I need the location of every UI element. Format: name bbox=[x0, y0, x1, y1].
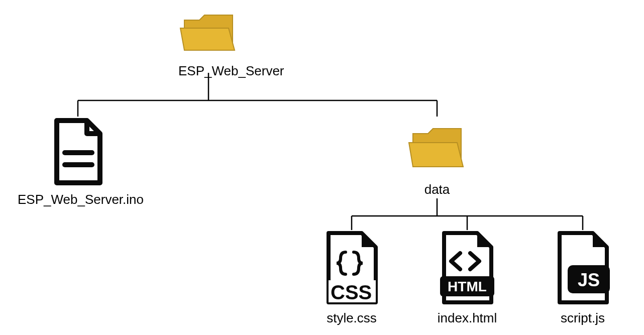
node-ino-file: ESP_Web_Server.ino bbox=[48, 117, 108, 207]
root-folder-label: ESP_Web_Server bbox=[178, 63, 239, 79]
js-file-label: script.js bbox=[553, 310, 613, 326]
css-file-label: style.css bbox=[321, 310, 382, 326]
file-html-icon: HTML bbox=[437, 298, 497, 307]
html-file-label: index.html bbox=[437, 310, 497, 326]
node-data-folder: data bbox=[407, 117, 467, 197]
node-js-file: JS script.js bbox=[553, 230, 613, 326]
file-css-icon: CSS bbox=[321, 298, 382, 307]
folder-icon bbox=[178, 51, 239, 60]
data-folder-label: data bbox=[407, 182, 467, 197]
ino-file-label: ESP_Web_Server.ino bbox=[18, 192, 138, 207]
svg-text:JS: JS bbox=[578, 270, 600, 290]
svg-text:CSS: CSS bbox=[331, 281, 372, 303]
svg-text:HTML: HTML bbox=[448, 279, 487, 294]
node-html-file: HTML index.html bbox=[437, 230, 497, 326]
folder-icon bbox=[407, 170, 467, 178]
node-root-folder: ESP_Web_Server bbox=[178, 8, 239, 79]
node-css-file: CSS style.css bbox=[321, 230, 382, 326]
file-code-icon bbox=[48, 180, 108, 188]
file-js-icon: JS bbox=[553, 298, 613, 307]
